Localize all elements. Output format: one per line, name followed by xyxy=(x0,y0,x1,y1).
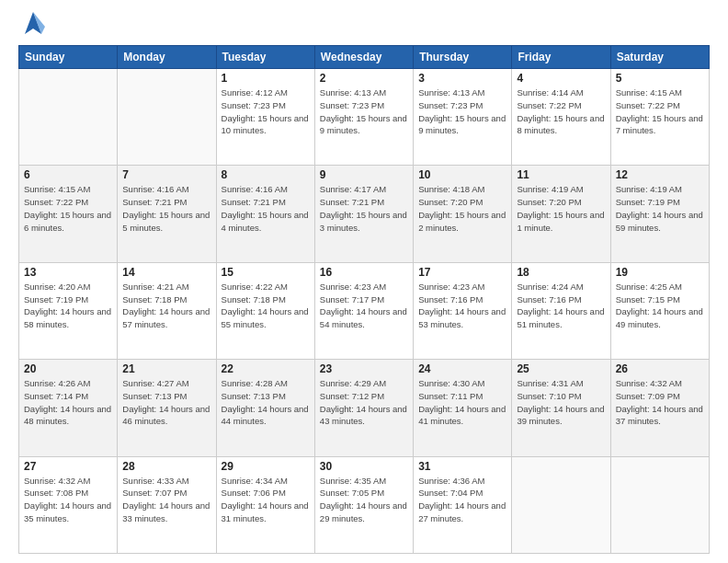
daylight-text: Daylight: 14 hours and 44 minutes. xyxy=(222,404,309,427)
calendar-week-row: 1Sunrise: 4:12 AMSunset: 7:23 PMDaylight… xyxy=(19,69,710,166)
day-info: Sunrise: 4:16 AMSunset: 7:21 PMDaylight:… xyxy=(122,183,210,234)
daylight-text: Daylight: 14 hours and 39 minutes. xyxy=(517,404,604,427)
daylight-text: Daylight: 14 hours and 59 minutes. xyxy=(616,210,703,233)
sunset-text: Sunset: 7:19 PM xyxy=(24,294,88,304)
table-row: 21Sunrise: 4:27 AMSunset: 7:13 PMDayligh… xyxy=(118,360,216,456)
calendar-table: Sunday Monday Tuesday Wednesday Thursday… xyxy=(18,45,710,554)
day-info: Sunrise: 4:28 AMSunset: 7:13 PMDaylight:… xyxy=(222,377,310,428)
table-row xyxy=(19,69,118,166)
table-row: 19Sunrise: 4:25 AMSunset: 7:15 PMDayligh… xyxy=(610,262,709,359)
day-info: Sunrise: 4:24 AMSunset: 7:16 PMDaylight:… xyxy=(517,281,605,331)
sunset-text: Sunset: 7:13 PM xyxy=(222,391,286,401)
page: Sunday Monday Tuesday Wednesday Thursday… xyxy=(0,0,728,563)
sunset-text: Sunset: 7:06 PM xyxy=(222,488,286,498)
daylight-text: Daylight: 15 hours and 1 minute. xyxy=(517,210,604,233)
table-row: 16Sunrise: 4:23 AMSunset: 7:17 PMDayligh… xyxy=(314,262,413,359)
day-info: Sunrise: 4:15 AMSunset: 7:22 PMDaylight:… xyxy=(616,86,704,137)
sunset-text: Sunset: 7:16 PM xyxy=(517,294,581,304)
sunrise-text: Sunrise: 4:16 AM xyxy=(122,184,188,194)
daylight-text: Daylight: 15 hours and 6 minutes. xyxy=(24,210,111,233)
day-info: Sunrise: 4:13 AMSunset: 7:23 PMDaylight:… xyxy=(418,86,506,137)
header-monday: Monday xyxy=(118,46,216,69)
table-row: 5Sunrise: 4:15 AMSunset: 7:22 PMDaylight… xyxy=(610,69,709,166)
table-row: 17Sunrise: 4:23 AMSunset: 7:16 PMDayligh… xyxy=(414,262,512,359)
table-row: 6Sunrise: 4:15 AMSunset: 7:22 PMDaylight… xyxy=(19,166,118,262)
day-number: 12 xyxy=(616,168,704,181)
day-number: 8 xyxy=(222,168,310,181)
daylight-text: Daylight: 14 hours and 37 minutes. xyxy=(616,404,703,427)
table-row: 13Sunrise: 4:20 AMSunset: 7:19 PMDayligh… xyxy=(19,262,118,359)
sunrise-text: Sunrise: 4:36 AM xyxy=(418,476,484,486)
table-row: 24Sunrise: 4:30 AMSunset: 7:11 PMDayligh… xyxy=(414,360,512,456)
calendar-week-row: 13Sunrise: 4:20 AMSunset: 7:19 PMDayligh… xyxy=(19,262,710,359)
day-number: 26 xyxy=(616,362,704,375)
sunrise-text: Sunrise: 4:26 AM xyxy=(24,378,90,388)
day-info: Sunrise: 4:23 AMSunset: 7:16 PMDaylight:… xyxy=(418,281,506,331)
sunrise-text: Sunrise: 4:18 AM xyxy=(418,184,484,194)
day-number: 6 xyxy=(24,168,112,181)
sunrise-text: Sunrise: 4:30 AM xyxy=(418,378,484,388)
day-number: 18 xyxy=(517,266,605,279)
day-info: Sunrise: 4:33 AMSunset: 7:07 PMDaylight:… xyxy=(122,475,210,525)
day-info: Sunrise: 4:36 AMSunset: 7:04 PMDaylight:… xyxy=(418,475,506,525)
sunset-text: Sunset: 7:18 PM xyxy=(122,294,187,304)
header-saturday: Saturday xyxy=(610,46,709,69)
day-number: 30 xyxy=(320,460,408,473)
sunset-text: Sunset: 7:09 PM xyxy=(616,391,680,401)
day-info: Sunrise: 4:25 AMSunset: 7:15 PMDaylight:… xyxy=(616,281,704,331)
daylight-text: Daylight: 14 hours and 53 minutes. xyxy=(418,306,506,329)
daylight-text: Daylight: 15 hours and 4 minutes. xyxy=(222,210,309,233)
daylight-text: Daylight: 14 hours and 57 minutes. xyxy=(122,306,210,329)
sunset-text: Sunset: 7:10 PM xyxy=(517,391,581,401)
logo xyxy=(18,14,45,36)
sunset-text: Sunset: 7:22 PM xyxy=(24,197,88,207)
day-number: 29 xyxy=(222,460,310,473)
table-row: 20Sunrise: 4:26 AMSunset: 7:14 PMDayligh… xyxy=(19,360,118,456)
sunrise-text: Sunrise: 4:23 AM xyxy=(320,282,386,292)
table-row: 25Sunrise: 4:31 AMSunset: 7:10 PMDayligh… xyxy=(512,360,610,456)
day-number: 10 xyxy=(418,168,506,181)
day-number: 17 xyxy=(418,266,506,279)
table-row: 15Sunrise: 4:22 AMSunset: 7:18 PMDayligh… xyxy=(216,262,314,359)
table-row: 2Sunrise: 4:13 AMSunset: 7:23 PMDaylight… xyxy=(314,69,413,166)
table-row: 28Sunrise: 4:33 AMSunset: 7:07 PMDayligh… xyxy=(118,456,216,553)
sunset-text: Sunset: 7:11 PM xyxy=(418,391,483,401)
daylight-text: Daylight: 14 hours and 55 minutes. xyxy=(222,306,309,329)
sunrise-text: Sunrise: 4:21 AM xyxy=(122,282,188,292)
calendar-week-row: 27Sunrise: 4:32 AMSunset: 7:08 PMDayligh… xyxy=(19,456,710,553)
sunset-text: Sunset: 7:12 PM xyxy=(320,391,384,401)
day-info: Sunrise: 4:14 AMSunset: 7:22 PMDaylight:… xyxy=(517,86,605,137)
table-row: 23Sunrise: 4:29 AMSunset: 7:12 PMDayligh… xyxy=(314,360,413,456)
day-info: Sunrise: 4:32 AMSunset: 7:09 PMDaylight:… xyxy=(616,377,704,428)
daylight-text: Daylight: 14 hours and 46 minutes. xyxy=(122,404,210,427)
sunrise-text: Sunrise: 4:24 AM xyxy=(517,282,583,292)
table-row: 7Sunrise: 4:16 AMSunset: 7:21 PMDaylight… xyxy=(118,166,216,262)
sunset-text: Sunset: 7:19 PM xyxy=(616,197,680,207)
day-info: Sunrise: 4:23 AMSunset: 7:17 PMDaylight:… xyxy=(320,281,408,331)
day-number: 22 xyxy=(222,362,310,375)
table-row: 8Sunrise: 4:16 AMSunset: 7:21 PMDaylight… xyxy=(216,166,314,262)
day-number: 13 xyxy=(24,266,112,279)
day-info: Sunrise: 4:29 AMSunset: 7:12 PMDaylight:… xyxy=(320,377,408,428)
sunrise-text: Sunrise: 4:12 AM xyxy=(222,87,288,98)
sunrise-text: Sunrise: 4:32 AM xyxy=(24,476,90,486)
table-row: 1Sunrise: 4:12 AMSunset: 7:23 PMDaylight… xyxy=(216,69,314,166)
header-thursday: Thursday xyxy=(414,46,512,69)
table-row: 31Sunrise: 4:36 AMSunset: 7:04 PMDayligh… xyxy=(414,456,512,553)
header-tuesday: Tuesday xyxy=(216,46,314,69)
sunset-text: Sunset: 7:15 PM xyxy=(616,294,680,304)
sunrise-text: Sunrise: 4:13 AM xyxy=(418,87,484,98)
day-info: Sunrise: 4:12 AMSunset: 7:23 PMDaylight:… xyxy=(222,86,310,137)
day-number: 16 xyxy=(320,266,408,279)
day-number: 15 xyxy=(222,266,310,279)
day-info: Sunrise: 4:16 AMSunset: 7:21 PMDaylight:… xyxy=(222,183,310,234)
daylight-text: Daylight: 14 hours and 48 minutes. xyxy=(24,404,111,427)
day-number: 28 xyxy=(122,460,210,473)
sunrise-text: Sunrise: 4:17 AM xyxy=(320,184,386,194)
day-number: 14 xyxy=(122,266,210,279)
day-info: Sunrise: 4:34 AMSunset: 7:06 PMDaylight:… xyxy=(222,475,310,525)
day-info: Sunrise: 4:15 AMSunset: 7:22 PMDaylight:… xyxy=(24,183,112,234)
daylight-text: Daylight: 14 hours and 58 minutes. xyxy=(24,306,111,329)
sunrise-text: Sunrise: 4:35 AM xyxy=(320,476,386,486)
sunset-text: Sunset: 7:07 PM xyxy=(122,488,187,498)
